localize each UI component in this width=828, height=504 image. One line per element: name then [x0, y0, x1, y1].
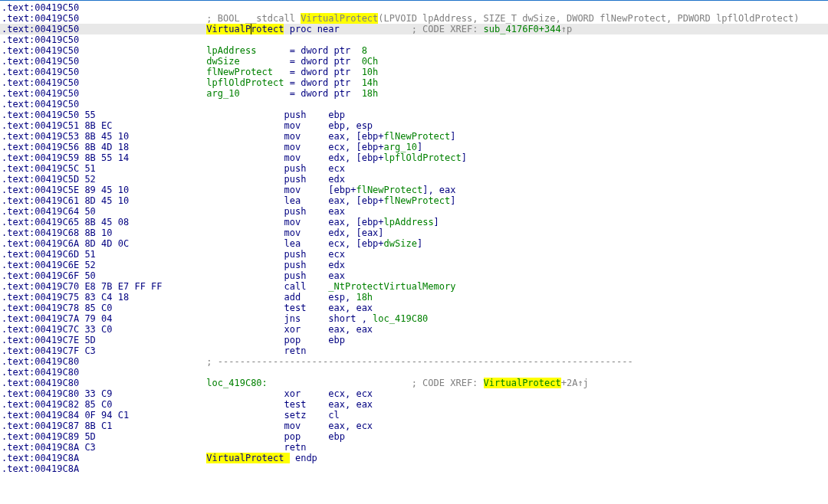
- stack-var-ref[interactable]: lpAddress: [384, 217, 434, 227]
- address[interactable]: 00419C50: [34, 34, 79, 45]
- function-label[interactable]: VirtualProtect: [206, 24, 284, 34]
- address[interactable]: 00419C89: [34, 431, 79, 442]
- stack-var-ref[interactable]: flNewProtect: [384, 131, 451, 142]
- address[interactable]: 00419C53: [34, 131, 79, 142]
- instruction-line[interactable]: .text:00419C7F C3 retn: [0, 345, 828, 356]
- address[interactable]: 00419C75: [34, 292, 79, 303]
- current-line[interactable]: .text:00419C50 VirtualProtect proc near …: [0, 24, 828, 34]
- address[interactable]: 00419C87: [34, 421, 79, 431]
- instruction-line[interactable]: .text:00419C70 E8 7B E7 FF FF call _NtPr…: [0, 281, 828, 292]
- address[interactable]: 00419C7C: [34, 324, 79, 335]
- stack-var-ref[interactable]: flNewProtect: [356, 185, 422, 195]
- disassembly-view[interactable]: .text:00419C50.text:00419C50 ; BOOL __st…: [0, 0, 828, 474]
- address[interactable]: 00419C80: [34, 388, 79, 399]
- instruction-line[interactable]: .text:00419C80 33 C9 xor ecx, ecx: [0, 388, 828, 399]
- address[interactable]: 00419C6E: [34, 260, 79, 270]
- stack-var-def[interactable]: .text:00419C50 dwSize = dword ptr 0Ch: [0, 56, 828, 67]
- address[interactable]: 00419C8A: [34, 453, 79, 463]
- address[interactable]: 00419C65: [34, 217, 79, 227]
- address[interactable]: 00419C6A: [34, 238, 79, 249]
- instruction-line[interactable]: .text:00419C7A 79 04 jns short , loc_419…: [0, 313, 828, 324]
- instruction-line[interactable]: .text:00419C6D 51 push ecx: [0, 249, 828, 260]
- instruction-line[interactable]: .text:00419C84 0F 94 C1 setz cl: [0, 410, 828, 421]
- address[interactable]: 00419C7F: [34, 345, 79, 356]
- address[interactable]: 00419C50: [34, 13, 79, 24]
- address[interactable]: 00419C84: [34, 410, 79, 421]
- instruction-line[interactable]: .text:00419C68 8B 10 mov edx, [eax]: [0, 227, 828, 238]
- instruction-line[interactable]: .text:00419C8A C3 retn: [0, 442, 828, 453]
- address[interactable]: 00419C50: [34, 2, 79, 13]
- address[interactable]: 00419C5C: [34, 163, 79, 174]
- instruction-line[interactable]: .text:00419C59 8B 55 14 mov edx, [ebp+lp…: [0, 152, 828, 163]
- stack-var-name[interactable]: dwSize: [206, 56, 289, 67]
- address[interactable]: 00419C80: [34, 367, 79, 378]
- instruction-line[interactable]: .text:00419C53 8B 45 10 mov eax, [ebp+fl…: [0, 131, 828, 142]
- stack-var-name[interactable]: lpflOldProtect: [206, 77, 289, 88]
- address[interactable]: 00419C61: [34, 195, 79, 206]
- address[interactable]: 00419C51: [34, 120, 79, 131]
- instruction-line[interactable]: .text:00419C50 55 push ebp: [0, 110, 828, 120]
- address[interactable]: 00419C7A: [34, 313, 79, 324]
- address[interactable]: 00419C6F: [34, 270, 79, 281]
- instruction-line[interactable]: .text:00419C75 83 C4 18 add esp, 18h: [0, 292, 828, 303]
- address[interactable]: 00419C50: [34, 77, 79, 88]
- instruction-line[interactable]: .text:00419C64 50 push eax: [0, 206, 828, 217]
- instruction-line[interactable]: .text:00419C5E 89 45 10 mov [ebp+flNewPr…: [0, 185, 828, 195]
- address[interactable]: 00419C80: [34, 356, 79, 367]
- instruction-line[interactable]: .text:00419C7E 5D pop ebp: [0, 335, 828, 345]
- stack-var-def[interactable]: .text:00419C50 flNewProtect = dword ptr …: [0, 67, 828, 77]
- label-name[interactable]: loc_419C80:: [206, 378, 411, 388]
- instruction-line[interactable]: .text:00419C89 5D pop ebp: [0, 431, 828, 442]
- address[interactable]: 00419C50: [34, 110, 79, 120]
- instruction-line[interactable]: .text:00419C56 8B 4D 18 mov ecx, [ebp+ar…: [0, 142, 828, 152]
- instruction-line[interactable]: .text:00419C6A 8D 4D 0C lea ecx, [ebp+dw…: [0, 238, 828, 249]
- address[interactable]: 00419C70: [34, 281, 79, 292]
- function-label[interactable]: VirtualProtect: [206, 453, 289, 463]
- address[interactable]: 00419C7E: [34, 335, 79, 345]
- address[interactable]: 00419C5E: [34, 185, 79, 195]
- address[interactable]: 00419C56: [34, 142, 79, 152]
- address[interactable]: 00419C50: [34, 56, 79, 67]
- instruction-line[interactable]: .text:00419C7C 33 C0 xor eax, eax: [0, 324, 828, 335]
- instruction-line[interactable]: .text:00419C51 8B EC mov ebp, esp: [0, 120, 828, 131]
- address[interactable]: 00419C64: [34, 206, 79, 217]
- instruction-line[interactable]: .text:00419C6F 50 push eax: [0, 270, 828, 281]
- address[interactable]: 00419C50: [34, 99, 79, 110]
- stack-var-name[interactable]: flNewProtect: [206, 67, 289, 77]
- stack-var-name[interactable]: arg_10: [206, 88, 289, 99]
- local-label[interactable]: .text:00419C80 loc_419C80: ; CODE XREF: …: [0, 378, 828, 388]
- address[interactable]: 00419C8A: [34, 442, 79, 453]
- address[interactable]: 00419C82: [34, 399, 79, 410]
- stack-var-def[interactable]: .text:00419C50 lpflOldProtect = dword pt…: [0, 77, 828, 88]
- function-name-highlight[interactable]: VirtualProtect: [301, 13, 378, 24]
- address[interactable]: 00419C6D: [34, 249, 79, 260]
- xref-link[interactable]: sub_4176F0+344: [484, 24, 561, 34]
- stack-var-ref[interactable]: dwSize: [384, 238, 417, 249]
- instruction-line[interactable]: .text:00419C61 8D 45 10 lea eax, [ebp+fl…: [0, 195, 828, 206]
- address[interactable]: 00419C50: [34, 45, 79, 56]
- address[interactable]: 00419C50: [34, 67, 79, 77]
- instruction-line[interactable]: .text:00419C82 85 C0 test eax, eax: [0, 399, 828, 410]
- instruction-line[interactable]: .text:00419C5C 51 push ecx: [0, 163, 828, 174]
- address[interactable]: 00419C50: [34, 24, 79, 34]
- stack-var-def[interactable]: .text:00419C50 arg_10 = dword ptr 18h: [0, 88, 828, 99]
- instruction-line[interactable]: .text:00419C6E 52 push edx: [0, 260, 828, 270]
- address[interactable]: 00419C80: [34, 378, 79, 388]
- address[interactable]: 00419C78: [34, 303, 79, 313]
- stack-var-name[interactable]: lpAddress: [206, 45, 289, 56]
- stack-var-def[interactable]: .text:00419C50 lpAddress = dword ptr 8: [0, 45, 828, 56]
- stack-var-ref[interactable]: flNewProtect: [384, 195, 451, 206]
- stack-var-ref[interactable]: lpflOldProtect: [384, 152, 462, 163]
- xref-link[interactable]: VirtualProtect: [484, 378, 561, 388]
- instruction-line[interactable]: .text:00419C5D 52 push edx: [0, 174, 828, 185]
- code-ref[interactable]: _NtProtectVirtualMemory: [328, 281, 455, 292]
- address[interactable]: 00419C59: [34, 152, 79, 163]
- address[interactable]: 00419C5D: [34, 174, 79, 185]
- address[interactable]: 00419C50: [34, 88, 79, 99]
- stack-var-ref[interactable]: arg_10: [384, 142, 417, 152]
- instruction-line[interactable]: .text:00419C78 85 C0 test eax, eax: [0, 303, 828, 313]
- address[interactable]: 00419C8A: [34, 463, 79, 474]
- address[interactable]: 00419C68: [34, 227, 79, 238]
- instruction-line[interactable]: .text:00419C87 8B C1 mov eax, ecx: [0, 421, 828, 431]
- instruction-line[interactable]: .text:00419C65 8B 45 08 mov eax, [ebp+lp…: [0, 217, 828, 227]
